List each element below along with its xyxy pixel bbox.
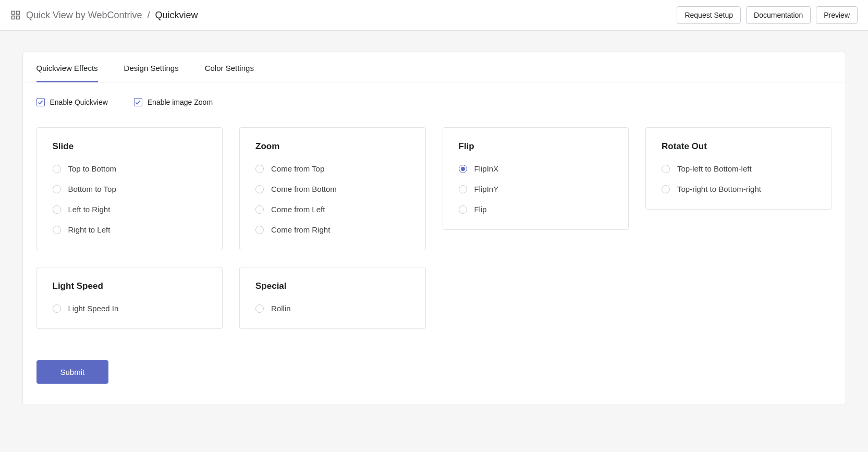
request-setup-button[interactable]: Request Setup <box>677 6 741 24</box>
group-zoom: Zoom Come from Top Come from Bottom Come… <box>239 127 426 250</box>
apps-icon <box>10 10 21 20</box>
group-light-speed: Light Speed Light Speed In <box>36 267 223 329</box>
radio-label: FlipInY <box>474 185 499 193</box>
checkbox-label: Enable Quickview <box>50 98 108 106</box>
svg-rect-0 <box>12 11 15 15</box>
tab-quickview-effects[interactable]: Quickview Effects <box>36 52 98 82</box>
radio-label: Light Speed In <box>68 304 119 313</box>
radio-label: Come from Left <box>271 205 325 214</box>
check-icon <box>134 98 142 106</box>
radio-icon <box>255 226 264 234</box>
radio-come-from-left[interactable]: Come from Left <box>255 205 410 214</box>
svg-rect-3 <box>17 16 20 19</box>
radio-icon <box>662 165 670 173</box>
radio-icon <box>459 185 467 193</box>
radio-icon <box>255 185 264 193</box>
preview-button[interactable]: Preview <box>816 6 858 24</box>
radio-icon <box>255 304 264 313</box>
radio-label: Rollin <box>271 304 291 313</box>
group-title: Special <box>255 281 410 291</box>
group-title: Rotate Out <box>662 141 816 152</box>
radio-come-from-bottom[interactable]: Come from Bottom <box>255 185 410 193</box>
tab-color-settings[interactable]: Color Settings <box>205 52 254 82</box>
group-title: Flip <box>459 141 613 152</box>
radio-top-to-bottom[interactable]: Top to Bottom <box>53 164 207 173</box>
breadcrumb: Quick View by WebContrive / Quickview <box>10 10 198 21</box>
breadcrumb-page-name: Quickview <box>155 10 198 21</box>
radio-flipinx[interactable]: FlipInX <box>459 164 613 173</box>
radio-icon <box>459 165 467 173</box>
radio-flipiny[interactable]: FlipInY <box>459 185 613 193</box>
checkbox-label: Enable image Zoom <box>148 98 213 106</box>
checkbox-enable-image-zoom[interactable]: Enable image Zoom <box>134 98 213 106</box>
radio-icon <box>255 205 264 214</box>
radio-light-speed-in[interactable]: Light Speed In <box>53 304 207 313</box>
radio-left-to-right[interactable]: Left to Right <box>53 205 207 214</box>
tabs: Quickview Effects Design Settings Color … <box>23 52 846 82</box>
svg-rect-1 <box>17 11 20 15</box>
group-rotate-out: Rotate Out Top-left to Bottom-left Top-r… <box>645 127 832 210</box>
breadcrumb-app-name[interactable]: Quick View by WebContrive <box>26 10 142 21</box>
radio-icon <box>53 165 61 173</box>
breadcrumb-separator: / <box>147 10 150 21</box>
submit-button[interactable]: Submit <box>36 360 109 384</box>
group-flip: Flip FlipInX FlipInY Flip <box>443 127 629 230</box>
radio-icon <box>53 226 61 234</box>
topbar-actions: Request Setup Documentation Preview <box>677 6 858 24</box>
radio-label: FlipInX <box>474 164 499 173</box>
group-title: Zoom <box>255 141 410 152</box>
group-special: Special Rollin <box>239 267 426 329</box>
radio-label: Flip <box>474 205 487 214</box>
checkbox-enable-quickview[interactable]: Enable Quickview <box>36 98 108 106</box>
radio-label: Left to Right <box>68 205 111 214</box>
radio-label: Top-left to Bottom-left <box>677 164 752 173</box>
radio-label: Bottom to Top <box>68 185 116 193</box>
tab-design-settings[interactable]: Design Settings <box>124 52 179 82</box>
radio-icon <box>53 304 61 313</box>
radio-icon <box>53 205 61 214</box>
radio-label: Top to Bottom <box>68 164 117 173</box>
group-title: Slide <box>53 141 207 152</box>
radio-icon <box>459 205 467 214</box>
settings-panel: Quickview Effects Design Settings Color … <box>22 52 846 405</box>
group-title: Light Speed <box>53 281 207 291</box>
radio-right-to-left[interactable]: Right to Left <box>53 225 207 234</box>
radio-icon <box>53 185 61 193</box>
radio-icon <box>662 185 670 193</box>
svg-rect-2 <box>12 16 15 19</box>
radio-tl-bl[interactable]: Top-left to Bottom-left <box>662 164 816 173</box>
radio-label: Come from Right <box>271 225 330 234</box>
group-slide: Slide Top to Bottom Bottom to Top Left t… <box>36 127 223 250</box>
radio-label: Come from Top <box>271 164 324 173</box>
radio-icon <box>255 165 264 173</box>
topbar: Quick View by WebContrive / Quickview Re… <box>0 0 868 31</box>
radio-come-from-top[interactable]: Come from Top <box>255 164 410 173</box>
radio-label: Top-right to Bottom-right <box>677 185 761 193</box>
documentation-button[interactable]: Documentation <box>746 6 811 24</box>
radio-tr-br[interactable]: Top-right to Bottom-right <box>662 185 816 193</box>
checkbox-row: Enable Quickview Enable image Zoom <box>36 98 832 106</box>
check-icon <box>36 98 45 106</box>
radio-come-from-right[interactable]: Come from Right <box>255 225 410 234</box>
radio-label: Come from Bottom <box>271 185 337 193</box>
radio-label: Right to Left <box>68 225 111 234</box>
radio-bottom-to-top[interactable]: Bottom to Top <box>53 185 207 193</box>
radio-rollin[interactable]: Rollin <box>255 304 410 313</box>
radio-flip[interactable]: Flip <box>459 205 613 214</box>
